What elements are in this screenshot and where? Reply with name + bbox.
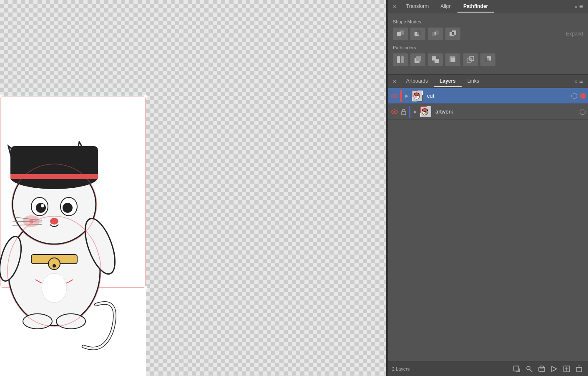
expand-button[interactable]: Expand <box>566 31 583 37</box>
divide-button[interactable] <box>393 53 408 66</box>
svg-rect-77 <box>577 367 582 372</box>
pathfinder-content: Shape Modes: <box>388 13 588 74</box>
svg-rect-40 <box>397 56 400 63</box>
layer-lock-artwork[interactable] <box>400 109 407 115</box>
layer-circle-artwork[interactable] <box>580 109 585 115</box>
layer-row-artwork[interactable]: ▶ artwork <box>388 104 588 120</box>
svg-point-13 <box>50 218 58 225</box>
tab-links[interactable]: Links <box>462 76 485 87</box>
tab-transform[interactable]: Transform <box>400 1 435 13</box>
add-layer-button[interactable] <box>562 364 571 373</box>
layers-count-label: 2 Layers <box>392 366 410 371</box>
svg-point-67 <box>423 109 427 111</box>
layers-tabs: Artboards Layers Links <box>400 76 571 87</box>
delete-layer-button[interactable] <box>575 364 584 373</box>
collect-in-layer-button[interactable] <box>537 364 546 373</box>
merge-button[interactable] <box>428 53 443 66</box>
pathfinder-collapse-button[interactable]: » <box>575 4 578 10</box>
svg-rect-31 <box>400 32 401 35</box>
layers-collapse-button[interactable]: » <box>575 78 578 84</box>
layers-panel: × Artboards Layers Links » ≡ ▶ <box>388 75 588 376</box>
layer-thumb-cut <box>412 91 423 101</box>
svg-rect-69 <box>514 366 519 371</box>
svg-point-10 <box>36 203 46 213</box>
shape-modes-row: Expand <box>393 28 583 40</box>
tab-layers[interactable]: Layers <box>434 76 462 87</box>
layer-expand-artwork[interactable]: ▶ <box>412 109 419 115</box>
find-layer-button[interactable] <box>525 364 534 373</box>
crop-button[interactable] <box>445 53 460 66</box>
svg-point-22 <box>48 258 60 270</box>
pathfinders-row <box>393 53 583 66</box>
move-to-new-button[interactable] <box>550 364 559 373</box>
svg-point-68 <box>425 112 427 115</box>
svg-rect-33 <box>417 30 421 35</box>
svg-rect-44 <box>416 56 421 61</box>
pathfinder-close-button[interactable]: × <box>391 3 398 10</box>
layer-eye-cut[interactable] <box>390 92 399 100</box>
layer-circle-cut[interactable] <box>571 93 577 99</box>
svg-rect-6 <box>10 146 98 179</box>
panels-container: × Transform Align Pathfinder » ≡ Shape M… <box>388 0 588 376</box>
svg-rect-63 <box>402 111 406 115</box>
exclude-button[interactable] <box>445 28 460 40</box>
shape-modes-label: Shape Modes: <box>393 19 583 24</box>
svg-rect-46 <box>435 59 439 63</box>
cat-illustration <box>0 96 117 367</box>
layer-row-cut[interactable]: ▶ cut <box>388 88 588 104</box>
pathfinders-label: Pathfinders: <box>393 45 583 50</box>
svg-point-55 <box>394 95 396 97</box>
svg-rect-51 <box>470 58 471 61</box>
tab-pathfinder[interactable]: Pathfinder <box>457 1 494 13</box>
svg-rect-48 <box>451 58 455 62</box>
layers-close-button[interactable]: × <box>391 78 398 85</box>
canvas-area <box>0 0 386 376</box>
layers-footer: 2 Layers <box>388 361 588 376</box>
svg-rect-53 <box>485 58 489 62</box>
pathfinder-panel-header: × Transform Align Pathfinder » ≡ <box>388 0 588 13</box>
svg-point-59 <box>415 93 419 96</box>
unite-button[interactable] <box>393 28 408 40</box>
layer-eye-artwork[interactable] <box>390 108 399 116</box>
svg-point-11 <box>63 203 73 213</box>
svg-point-60 <box>415 96 417 98</box>
layers-content: ▶ cut <box>388 88 588 361</box>
make-sublayer-button[interactable] <box>512 364 521 373</box>
layers-menu-button[interactable]: ≡ <box>578 78 585 85</box>
pathfinder-tabs: Transform Align Pathfinder <box>400 1 571 13</box>
svg-point-23 <box>53 264 56 267</box>
minus-back-button[interactable] <box>480 53 495 66</box>
layers-panel-header: × Artboards Layers Links » ≡ <box>388 75 588 88</box>
layer-thumb-artwork <box>420 106 431 117</box>
pathfinder-menu-button[interactable]: ≡ <box>578 3 585 10</box>
layer-color-bar-cut <box>400 90 402 102</box>
minus-front-button[interactable] <box>410 28 425 40</box>
svg-rect-39 <box>452 32 454 35</box>
layer-expand-cut[interactable]: ▶ <box>404 93 410 99</box>
svg-point-62 <box>394 111 396 113</box>
svg-rect-36 <box>435 32 436 35</box>
intersect-button[interactable] <box>428 28 443 40</box>
svg-line-71 <box>530 369 532 372</box>
tab-align[interactable]: Align <box>435 1 457 13</box>
outline-button[interactable] <box>463 53 478 66</box>
layer-name-cut: cut <box>425 93 570 99</box>
svg-point-24 <box>42 273 67 303</box>
layer-name-artwork: artwork <box>433 109 578 115</box>
pathfinder-panel: × Transform Align Pathfinder » ≡ Shape M… <box>388 0 588 75</box>
layer-color-square-cut <box>580 93 585 98</box>
svg-point-12 <box>41 204 44 207</box>
svg-rect-41 <box>400 56 404 63</box>
tab-artboards[interactable]: Artboards <box>400 76 434 87</box>
layer-color-bar-artwork <box>409 106 410 118</box>
trim-button[interactable] <box>410 53 425 66</box>
